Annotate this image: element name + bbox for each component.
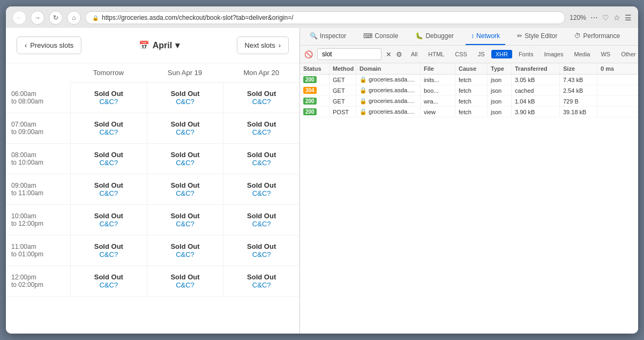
col-status: Status: [300, 63, 330, 74]
candc-link[interactable]: C&C?: [252, 281, 271, 289]
filter-css[interactable]: CSS: [451, 50, 471, 58]
sold-out-label: Sold Out: [94, 181, 123, 189]
table-row: 09:00am to 11:00am Sold Out C&C? Sold Ou…: [6, 174, 299, 205]
tab-style-editor[interactable]: ✏ Style Editor: [512, 28, 563, 45]
zoom-label: 120%: [570, 14, 586, 21]
time-cell-2: 08:00am to 10:00am: [6, 144, 70, 174]
lock-icon-0: 🔒: [360, 76, 367, 83]
slot-cell-4-1: Sold Out C&C?: [147, 205, 223, 235]
filter-media[interactable]: Media: [570, 50, 594, 58]
sold-out-label: Sold Out: [247, 273, 276, 281]
net-type-1: json: [488, 86, 512, 95]
list-item[interactable]: 304 GET 🔒 groceries.asda.com boo... fetc…: [300, 85, 638, 96]
prev-slots-button[interactable]: ‹ Previous slots: [17, 36, 81, 54]
url-text: https://groceries.asda.com/checkout/book…: [102, 14, 294, 21]
tab-inspector[interactable]: 🔍 Inspector: [304, 28, 351, 45]
candc-link[interactable]: C&C?: [176, 250, 194, 258]
list-item[interactable]: 200 POST 🔒 groceries.asda.com view fetch…: [300, 107, 638, 117]
slot-cell-1-0: Sold Out C&C?: [70, 113, 147, 143]
sold-out-label: Sold Out: [94, 151, 123, 159]
col-cause: Cause: [455, 63, 488, 74]
filter-all[interactable]: All: [407, 50, 422, 58]
candc-link[interactable]: C&C?: [99, 159, 118, 167]
lock-icon-1: 🔒: [360, 87, 367, 93]
slot-cell-5-0: Sold Out C&C?: [70, 235, 147, 265]
browser-content: ‹ Previous slots 📅 April ▾ Next slots › …: [6, 28, 638, 334]
sold-out-label: Sold Out: [247, 212, 276, 220]
search-options-button[interactable]: ⚙: [396, 50, 402, 58]
address-bar[interactable]: 🔒 https://groceries.asda.com/checkout/bo…: [85, 11, 565, 24]
sold-out-label: Sold Out: [170, 273, 199, 281]
tab-network[interactable]: ↕ Network: [466, 28, 505, 45]
refresh-button[interactable]: ↻: [49, 11, 63, 25]
sold-out-label: Sold Out: [170, 242, 199, 250]
tab-console[interactable]: ⌨ Console: [358, 28, 403, 45]
network-search-input[interactable]: [317, 48, 381, 60]
candc-link[interactable]: C&C?: [99, 189, 118, 197]
candc-link[interactable]: C&C?: [176, 189, 194, 197]
net-size-0: 7.43 kB: [560, 75, 597, 85]
list-item[interactable]: 200 GET 🔒 groceries.asda.com inits... fe…: [300, 75, 638, 85]
status-badge-1: 304: [303, 87, 317, 94]
style-editor-icon: ✏: [517, 32, 522, 40]
table-row: 08:00am to 10:00am Sold Out C&C? Sold Ou…: [6, 144, 299, 174]
slot-cell-2-0: Sold Out C&C?: [70, 144, 147, 174]
time-cell-0: 06:00am to 08:00am: [6, 83, 70, 113]
candc-link[interactable]: C&C?: [99, 98, 118, 106]
candc-link[interactable]: C&C?: [99, 250, 118, 258]
candc-link[interactable]: C&C?: [252, 220, 271, 228]
candc-link[interactable]: C&C?: [176, 220, 194, 228]
table-row: 10:00am to 12:00pm Sold Out C&C? Sold Ou…: [6, 205, 299, 235]
forward-button[interactable]: →: [31, 11, 44, 25]
slot-cell-2-1: Sold Out C&C?: [147, 144, 223, 174]
filter-ws[interactable]: WS: [596, 50, 615, 58]
candc-link[interactable]: C&C?: [99, 220, 118, 228]
main-page: ‹ Previous slots 📅 April ▾ Next slots › …: [6, 28, 299, 334]
candc-link[interactable]: C&C?: [252, 128, 271, 136]
candc-link[interactable]: C&C?: [252, 250, 271, 258]
candc-link[interactable]: C&C?: [252, 98, 271, 106]
filter-fonts[interactable]: Fonts: [514, 50, 538, 58]
candc-link[interactable]: C&C?: [176, 281, 194, 289]
tab-performance[interactable]: ⏱ Performance: [569, 28, 625, 45]
net-transferred-3: 3.90 kB: [512, 107, 560, 117]
sold-out-label: Sold Out: [170, 212, 199, 220]
filter-html[interactable]: HTML: [424, 50, 448, 58]
month-selector[interactable]: 📅 April ▾: [139, 40, 179, 50]
clear-search-icon[interactable]: ✕: [386, 50, 392, 58]
filter-xhr[interactable]: XHR: [491, 50, 512, 58]
candc-link[interactable]: C&C?: [176, 159, 194, 167]
filter-images[interactable]: Images: [540, 50, 567, 58]
network-label: Network: [476, 32, 500, 40]
filter-js[interactable]: JS: [474, 50, 489, 58]
list-item[interactable]: 200 GET 🔒 groceries.asda.com wra... fetc…: [300, 96, 638, 107]
performance-icon: ⏱: [574, 32, 581, 40]
next-slots-button[interactable]: Next slots ›: [237, 36, 289, 54]
slot-cell-3-1: Sold Out C&C?: [147, 174, 223, 204]
sold-out-label: Sold Out: [94, 273, 123, 281]
tab-memory[interactable]: 📄 Memory: [632, 28, 638, 45]
filter-other[interactable]: Other: [617, 50, 638, 58]
clear-network-button[interactable]: 🚫: [304, 50, 313, 58]
candc-link[interactable]: C&C?: [176, 128, 194, 136]
extensions-menu-icon: ☰: [625, 13, 632, 22]
col-time: 0 ms: [597, 63, 638, 74]
candc-link[interactable]: C&C?: [252, 159, 271, 167]
net-domain-3: 🔒 groceries.asda.com: [356, 107, 421, 117]
home-button[interactable]: ⌂: [67, 11, 81, 25]
candc-link[interactable]: C&C?: [99, 281, 118, 289]
lock-icon: 🔒: [92, 15, 99, 21]
back-button[interactable]: ←: [12, 11, 26, 25]
net-domain-0: 🔒 groceries.asda.com: [356, 75, 421, 85]
sold-out-label: Sold Out: [247, 120, 276, 128]
tab-debugger[interactable]: 🐛 Debugger: [410, 28, 459, 45]
browser-chrome: ← → ↻ ⌂ 🔒 https://groceries.asda.com/che…: [6, 6, 638, 28]
candc-link[interactable]: C&C?: [252, 189, 271, 197]
slot-cell-6-2: Sold Out C&C?: [223, 266, 299, 296]
sold-out-label: Sold Out: [170, 151, 199, 159]
net-status-3: 200: [300, 107, 330, 117]
candc-link[interactable]: C&C?: [176, 98, 194, 106]
candc-link[interactable]: C&C?: [99, 128, 118, 136]
prev-slots-label: Previous slots: [30, 41, 73, 49]
net-cause-0: fetch: [455, 75, 488, 85]
